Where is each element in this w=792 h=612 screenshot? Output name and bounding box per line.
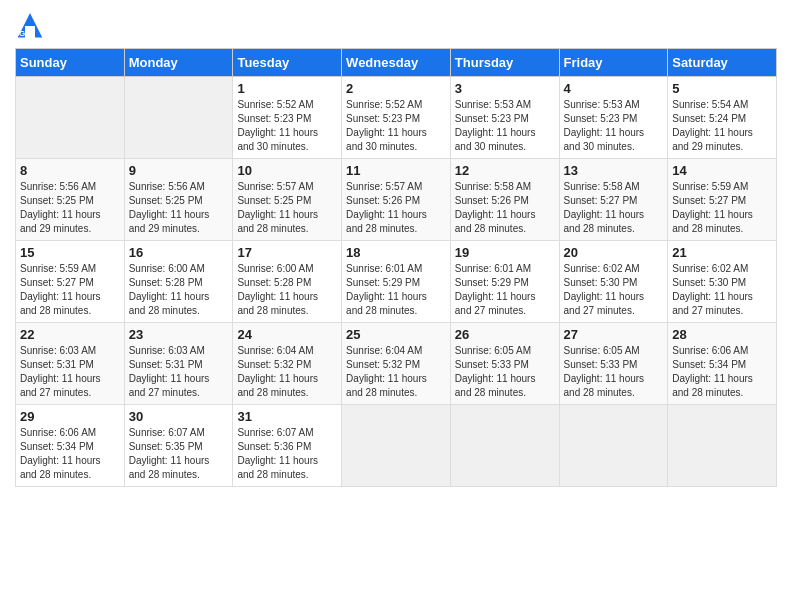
day-info: Sunrise: 5:57 AMSunset: 5:26 PMDaylight:… [346,180,446,236]
day-info: Sunrise: 6:03 AMSunset: 5:31 PMDaylight:… [129,344,229,400]
day-number: 16 [129,245,229,260]
day-number: 11 [346,163,446,178]
calendar-cell: 29Sunrise: 6:06 AMSunset: 5:34 PMDayligh… [16,405,125,487]
day-info: Sunrise: 6:00 AMSunset: 5:28 PMDaylight:… [237,262,337,318]
calendar-cell: 22Sunrise: 6:03 AMSunset: 5:31 PMDayligh… [16,323,125,405]
calendar-cell: 4Sunrise: 5:53 AMSunset: 5:23 PMDaylight… [559,77,668,159]
calendar-cell [559,405,668,487]
day-info: Sunrise: 6:03 AMSunset: 5:31 PMDaylight:… [20,344,120,400]
calendar-cell: 20Sunrise: 6:02 AMSunset: 5:30 PMDayligh… [559,241,668,323]
calendar-cell: 21Sunrise: 6:02 AMSunset: 5:30 PMDayligh… [668,241,777,323]
calendar-cell: 18Sunrise: 6:01 AMSunset: 5:29 PMDayligh… [342,241,451,323]
calendar-cell [124,77,233,159]
day-info: Sunrise: 6:05 AMSunset: 5:33 PMDaylight:… [455,344,555,400]
calendar-cell: 26Sunrise: 6:05 AMSunset: 5:33 PMDayligh… [450,323,559,405]
calendar-cell: 28Sunrise: 6:06 AMSunset: 5:34 PMDayligh… [668,323,777,405]
day-info: Sunrise: 6:04 AMSunset: 5:32 PMDaylight:… [237,344,337,400]
calendar-week-row: 8Sunrise: 5:56 AMSunset: 5:25 PMDaylight… [16,159,777,241]
day-info: Sunrise: 6:01 AMSunset: 5:29 PMDaylight:… [455,262,555,318]
day-number: 28 [672,327,772,342]
day-number: 2 [346,81,446,96]
day-info: Sunrise: 5:56 AMSunset: 5:25 PMDaylight:… [20,180,120,236]
day-info: Sunrise: 6:00 AMSunset: 5:28 PMDaylight:… [129,262,229,318]
day-info: Sunrise: 5:58 AMSunset: 5:26 PMDaylight:… [455,180,555,236]
day-info: Sunrise: 6:06 AMSunset: 5:34 PMDaylight:… [20,426,120,482]
day-number: 22 [20,327,120,342]
day-number: 1 [237,81,337,96]
day-info: Sunrise: 5:59 AMSunset: 5:27 PMDaylight:… [672,180,772,236]
day-info: Sunrise: 6:07 AMSunset: 5:35 PMDaylight:… [129,426,229,482]
calendar-cell: 12Sunrise: 5:58 AMSunset: 5:26 PMDayligh… [450,159,559,241]
calendar-body: 1Sunrise: 5:52 AMSunset: 5:23 PMDaylight… [16,77,777,487]
day-info: Sunrise: 5:53 AMSunset: 5:23 PMDaylight:… [564,98,664,154]
calendar-week-row: 1Sunrise: 5:52 AMSunset: 5:23 PMDaylight… [16,77,777,159]
calendar-cell [342,405,451,487]
day-header-tuesday: Tuesday [233,49,342,77]
calendar-cell: 30Sunrise: 6:07 AMSunset: 5:35 PMDayligh… [124,405,233,487]
day-info: Sunrise: 6:05 AMSunset: 5:33 PMDaylight:… [564,344,664,400]
day-number: 23 [129,327,229,342]
day-header-friday: Friday [559,49,668,77]
day-number: 24 [237,327,337,342]
calendar-cell: 8Sunrise: 5:56 AMSunset: 5:25 PMDaylight… [16,159,125,241]
day-number: 12 [455,163,555,178]
calendar-cell: 16Sunrise: 6:00 AMSunset: 5:28 PMDayligh… [124,241,233,323]
day-header-wednesday: Wednesday [342,49,451,77]
day-number: 13 [564,163,664,178]
calendar-header-row: SundayMondayTuesdayWednesdayThursdayFrid… [16,49,777,77]
calendar-cell: 13Sunrise: 5:58 AMSunset: 5:27 PMDayligh… [559,159,668,241]
day-number: 14 [672,163,772,178]
day-number: 3 [455,81,555,96]
calendar-cell: 1Sunrise: 5:52 AMSunset: 5:23 PMDaylight… [233,77,342,159]
day-number: 9 [129,163,229,178]
day-info: Sunrise: 5:57 AMSunset: 5:25 PMDaylight:… [237,180,337,236]
calendar-cell: 24Sunrise: 6:04 AMSunset: 5:32 PMDayligh… [233,323,342,405]
calendar-cell [450,405,559,487]
calendar-cell: 15Sunrise: 5:59 AMSunset: 5:27 PMDayligh… [16,241,125,323]
day-number: 5 [672,81,772,96]
day-number: 26 [455,327,555,342]
calendar-cell: 14Sunrise: 5:59 AMSunset: 5:27 PMDayligh… [668,159,777,241]
calendar-cell: 2Sunrise: 5:52 AMSunset: 5:23 PMDaylight… [342,77,451,159]
day-info: Sunrise: 5:52 AMSunset: 5:23 PMDaylight:… [237,98,337,154]
day-header-sunday: Sunday [16,49,125,77]
day-info: Sunrise: 6:01 AMSunset: 5:29 PMDaylight:… [346,262,446,318]
day-info: Sunrise: 5:52 AMSunset: 5:23 PMDaylight:… [346,98,446,154]
day-info: Sunrise: 5:59 AMSunset: 5:27 PMDaylight:… [20,262,120,318]
calendar-cell: 9Sunrise: 5:56 AMSunset: 5:25 PMDaylight… [124,159,233,241]
calendar-cell: 3Sunrise: 5:53 AMSunset: 5:23 PMDaylight… [450,77,559,159]
calendar-cell: 31Sunrise: 6:07 AMSunset: 5:36 PMDayligh… [233,405,342,487]
day-info: Sunrise: 5:58 AMSunset: 5:27 PMDaylight:… [564,180,664,236]
day-info: Sunrise: 5:56 AMSunset: 5:25 PMDaylight:… [129,180,229,236]
day-number: 17 [237,245,337,260]
day-number: 4 [564,81,664,96]
day-number: 31 [237,409,337,424]
calendar-week-row: 22Sunrise: 6:03 AMSunset: 5:31 PMDayligh… [16,323,777,405]
calendar-cell [16,77,125,159]
day-number: 27 [564,327,664,342]
calendar-cell: 10Sunrise: 5:57 AMSunset: 5:25 PMDayligh… [233,159,342,241]
day-number: 15 [20,245,120,260]
day-header-thursday: Thursday [450,49,559,77]
day-number: 29 [20,409,120,424]
day-header-monday: Monday [124,49,233,77]
day-info: Sunrise: 6:02 AMSunset: 5:30 PMDaylight:… [564,262,664,318]
day-info: Sunrise: 6:07 AMSunset: 5:36 PMDaylight:… [237,426,337,482]
calendar-cell: 19Sunrise: 6:01 AMSunset: 5:29 PMDayligh… [450,241,559,323]
day-number: 20 [564,245,664,260]
day-info: Sunrise: 6:06 AMSunset: 5:34 PMDaylight:… [672,344,772,400]
calendar-cell [668,405,777,487]
svg-rect-3 [25,26,35,38]
day-number: 19 [455,245,555,260]
day-number: 30 [129,409,229,424]
logo-icon: G [15,10,45,40]
day-header-saturday: Saturday [668,49,777,77]
day-number: 8 [20,163,120,178]
day-number: 10 [237,163,337,178]
calendar-cell: 23Sunrise: 6:03 AMSunset: 5:31 PMDayligh… [124,323,233,405]
day-info: Sunrise: 5:53 AMSunset: 5:23 PMDaylight:… [455,98,555,154]
calendar-cell: 5Sunrise: 5:54 AMSunset: 5:24 PMDaylight… [668,77,777,159]
logo: G [15,10,49,40]
calendar-cell: 27Sunrise: 6:05 AMSunset: 5:33 PMDayligh… [559,323,668,405]
day-number: 18 [346,245,446,260]
